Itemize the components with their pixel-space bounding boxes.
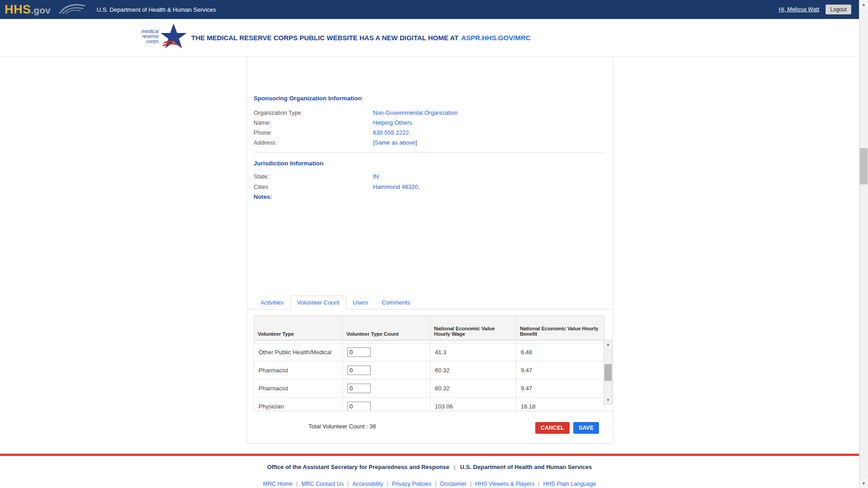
column-header-hourly-benefit: National Economic Value Hourly Benefit bbox=[516, 316, 605, 340]
page-scroll-down-icon[interactable]: ▼ bbox=[859, 479, 868, 488]
hourly-benefit-cell: 16.18 bbox=[516, 398, 605, 412]
tab-comments[interactable]: Comments bbox=[375, 296, 417, 310]
footer-link-accessibility[interactable]: Accessibility bbox=[352, 481, 383, 487]
info-row: Name: Helping Others bbox=[254, 117, 458, 127]
banner-link[interactable]: ASPR.HHS.GOV/MRC bbox=[461, 34, 530, 42]
tab-activities[interactable]: Activities bbox=[254, 296, 290, 310]
info-label: Name: bbox=[254, 119, 373, 126]
volunteer-count-input[interactable] bbox=[347, 347, 371, 357]
footer-link-separator: | bbox=[538, 481, 539, 487]
footer-link-mrc-contact[interactable]: MRC Contact Us bbox=[301, 481, 344, 487]
volunteer-count-input[interactable] bbox=[347, 402, 371, 411]
column-header-volunteer-type-count: Volunteer Type Count bbox=[343, 316, 430, 340]
info-value: [Same as above] bbox=[373, 139, 417, 146]
volunteer-type-cell: Pharmacist bbox=[254, 361, 343, 380]
table-row: Pharmacist 60.32 9.47 bbox=[254, 361, 605, 380]
tab-users[interactable]: Users bbox=[346, 296, 375, 310]
footer-links: MRC Home|MRC Contact Us|Accessibility|Pr… bbox=[0, 481, 859, 487]
info-label: State: bbox=[254, 173, 373, 180]
info-label: Phone: bbox=[254, 129, 373, 136]
volunteer-type-cell: Other Public Health/Medical bbox=[254, 343, 343, 361]
scroll-down-icon[interactable]: ▼ bbox=[604, 396, 612, 404]
footer-link-separator: | bbox=[347, 481, 349, 487]
mrc-logo-text: medical reserve corps bbox=[142, 29, 159, 44]
mrc-logo: medical reserve corps bbox=[142, 22, 188, 50]
save-button[interactable]: SAVE bbox=[573, 422, 599, 434]
hourly-benefit-cell: 9.47 bbox=[516, 380, 605, 398]
table-row: Pharmacist 60.32 9.47 bbox=[254, 380, 605, 398]
government-top-bar: HHS.gov U.S. Department of Health & Huma… bbox=[0, 0, 859, 19]
footer-organizations: Office of the Assistant Secretary for Pr… bbox=[0, 464, 859, 470]
department-title: U.S. Department of Health & Human Servic… bbox=[97, 6, 216, 13]
jurisdiction-info-rows: State: IN Cities Hammond 46320, bbox=[254, 171, 420, 192]
footer-link-disclaimer[interactable]: Disclaimer bbox=[440, 481, 467, 487]
cancel-button[interactable]: CANCEL bbox=[535, 422, 570, 434]
page-scrollbar[interactable]: ▲ ▼ bbox=[859, 0, 868, 488]
info-value: Helping Others bbox=[373, 119, 412, 126]
volunteer-table-header: Volunteer Type Volunteer Type Count Nati… bbox=[254, 315, 605, 340]
volunteer-table-body: Other Public Health/Medical 41.3 6.48 Ph… bbox=[254, 340, 613, 411]
table-scrollbar-thumb[interactable] bbox=[604, 364, 612, 381]
info-value: IN bbox=[373, 173, 379, 180]
hourly-wage-cell: 60.32 bbox=[430, 361, 516, 380]
volunteer-count-input[interactable] bbox=[347, 384, 371, 393]
footer-org-hhs: U.S. Department of Health and Human Serv… bbox=[460, 464, 592, 470]
hhs-eagle-icon bbox=[58, 2, 87, 17]
page-scrollbar-thumb[interactable] bbox=[860, 148, 868, 184]
column-header-volunteer-type: Volunteer Type bbox=[254, 316, 343, 340]
total-volunteer-count: Total Volunteer Count : 36 bbox=[247, 423, 437, 430]
footer-link-separator: | bbox=[435, 481, 436, 487]
hhs-gov-suffix: .gov bbox=[31, 5, 51, 16]
footer-org-aspr: Office of the Assistant Secretary for Pr… bbox=[267, 464, 449, 470]
banner-message: THE MEDICAL RESERVE CORPS PUBLIC WEBSITE… bbox=[191, 19, 531, 56]
hourly-benefit-cell: 6.48 bbox=[516, 343, 605, 361]
column-header-hourly-wage: National Economic Value Hourly Wage bbox=[430, 316, 516, 340]
volunteer-type-cell: Pharmacist bbox=[254, 380, 343, 398]
info-label: Cities bbox=[254, 183, 373, 190]
sponsor-section-title: Sponsoring Organization Information bbox=[254, 95, 362, 102]
user-greeting-link[interactable]: Hi, Melissa Watt bbox=[778, 6, 819, 13]
logout-button[interactable]: Logout bbox=[826, 5, 851, 14]
info-label: Organization Type bbox=[254, 109, 373, 116]
volunteer-table: Volunteer Type Volunteer Type Count Nati… bbox=[254, 315, 613, 411]
info-value: Non-Governmental Organization bbox=[373, 109, 458, 116]
volunteer-type-cell: Physician bbox=[254, 398, 343, 412]
hourly-wage-cell: 60.32 bbox=[430, 380, 516, 398]
footer-link-privacy[interactable]: Privacy Policies bbox=[392, 481, 432, 487]
notes-label: Notes: bbox=[254, 193, 272, 200]
form-actions: CANCEL SAVE bbox=[535, 422, 599, 434]
mrc-banner: medical reserve corps THE MEDICAL RESERV… bbox=[0, 19, 859, 57]
info-label: Address: bbox=[254, 139, 373, 146]
hourly-wage-cell: 41.3 bbox=[430, 343, 516, 361]
mrc-star-icon bbox=[160, 22, 188, 50]
scroll-up-icon[interactable]: ▲ bbox=[604, 340, 612, 348]
footer-link-separator: | bbox=[296, 481, 297, 487]
banner-message-text: THE MEDICAL RESERVE CORPS PUBLIC WEBSITE… bbox=[191, 34, 458, 42]
footer-link-plain-language[interactable]: HHS Plain Language bbox=[543, 481, 596, 487]
info-row: Address: [Same as above] bbox=[254, 137, 458, 147]
hourly-benefit-cell: 9.47 bbox=[516, 361, 605, 380]
organization-detail-panel: Sponsoring Organization Information Orga… bbox=[247, 57, 613, 444]
hhs-logo-text: HHS bbox=[5, 3, 31, 17]
footer-divider-rule bbox=[0, 454, 859, 456]
footer-link-separator: | bbox=[470, 481, 472, 487]
tab-volunteer-count[interactable]: Volunteer Count bbox=[290, 296, 346, 310]
info-row: State: IN bbox=[254, 171, 420, 182]
volunteer-count-input[interactable] bbox=[347, 366, 371, 375]
detail-tabbar: Activities Volunteer Count Users Comment… bbox=[247, 296, 613, 310]
section-divider bbox=[254, 152, 604, 153]
footer-link-mrc-home[interactable]: MRC Home bbox=[263, 481, 292, 487]
table-row: Other Public Health/Medical 41.3 6.48 bbox=[254, 343, 605, 361]
hourly-wage-cell: 103.06 bbox=[430, 398, 516, 412]
info-value: 630 555 2222 bbox=[373, 129, 409, 136]
info-row: Organization Type Non-Governmental Organ… bbox=[254, 108, 458, 117]
footer-link-separator: | bbox=[387, 481, 388, 487]
table-scrollbar[interactable]: ▲ ▼ bbox=[604, 340, 613, 404]
page-scroll-up-icon[interactable]: ▲ bbox=[859, 0, 868, 9]
footer-org-separator: | bbox=[454, 464, 455, 470]
table-row: Physician 103.06 16.18 bbox=[254, 398, 605, 412]
footer-link-viewers[interactable]: HHS Viewers & Players bbox=[475, 481, 534, 487]
info-row: Phone: 630 555 2222 bbox=[254, 127, 458, 137]
info-row: Cities Hammond 46320, bbox=[254, 182, 420, 192]
hhs-gov-logo[interactable]: HHS.gov bbox=[5, 3, 51, 17]
